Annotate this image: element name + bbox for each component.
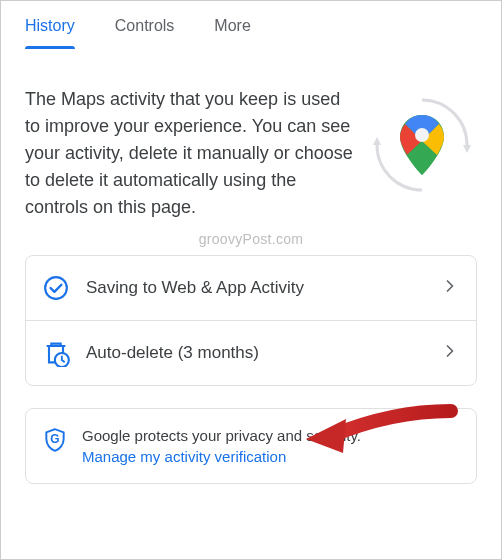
- google-shield-icon: G: [42, 427, 68, 453]
- saving-label: Saving to Web & App Activity: [86, 278, 424, 298]
- svg-text:G: G: [50, 432, 59, 446]
- autodelete-label: Auto-delete (3 months): [86, 343, 424, 363]
- tabs-bar: History Controls More: [1, 1, 501, 50]
- privacy-info-card: G Google protects your privacy and secur…: [25, 408, 477, 484]
- watermark-text: groovyPost.com: [25, 231, 477, 247]
- auto-delete-icon: [42, 339, 70, 367]
- tab-controls[interactable]: Controls: [115, 17, 175, 49]
- chevron-right-icon: [440, 341, 460, 366]
- settings-card: Saving to Web & App Activity Auto-delete…: [25, 255, 477, 386]
- tab-history[interactable]: History: [25, 17, 75, 49]
- saving-row[interactable]: Saving to Web & App Activity: [26, 256, 476, 320]
- svg-marker-1: [463, 145, 471, 153]
- manage-verification-link[interactable]: Manage my activity verification: [82, 448, 286, 465]
- checkmark-circle-icon: [42, 274, 70, 302]
- page-description: The Maps activity that you keep is used …: [25, 86, 355, 221]
- svg-marker-0: [373, 137, 381, 145]
- maps-refresh-icon: [367, 90, 477, 200]
- svg-point-3: [45, 277, 67, 299]
- privacy-info-text: Google protects your privacy and securit…: [82, 427, 361, 444]
- autodelete-row[interactable]: Auto-delete (3 months): [26, 320, 476, 385]
- chevron-right-icon: [440, 276, 460, 301]
- tab-more[interactable]: More: [214, 17, 250, 49]
- svg-point-2: [415, 128, 429, 142]
